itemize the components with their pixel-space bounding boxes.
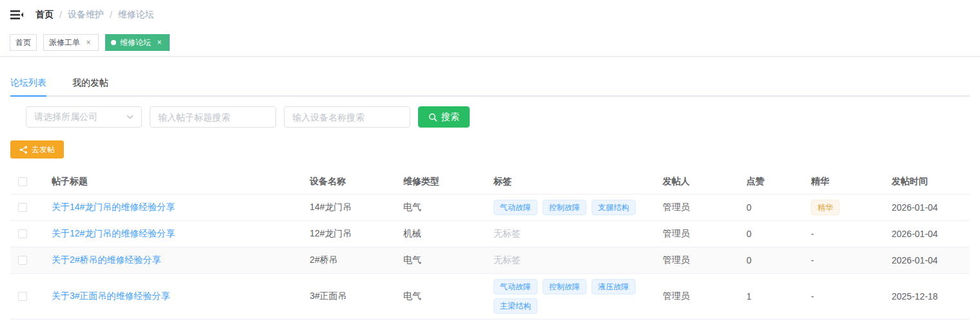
header-post-title: 帖子标题: [41, 169, 299, 194]
digest-cell: -: [801, 247, 881, 273]
tag-chip: 控制故障: [543, 200, 586, 215]
header-device-name: 设备名称: [299, 169, 393, 194]
table-body: 关于14#龙门吊的维修经验分享 14#龙门吊 电气 气动故障 控制故障 支腿结构…: [10, 195, 970, 320]
select-all-checkbox[interactable]: [18, 177, 27, 186]
header-poster: 发帖人: [652, 169, 736, 194]
repair-type-cell: 电气: [393, 274, 483, 319]
breadcrumb: 首页 / 设备维护 / 维修论坛: [35, 9, 154, 21]
repair-type-cell: 电气: [393, 247, 483, 273]
post-title-link[interactable]: 关于12#龙门吊的维修经验分享: [52, 228, 175, 240]
likes-cell: 1: [736, 274, 801, 319]
breadcrumb-home[interactable]: 首页: [35, 9, 54, 21]
tag-chip: 控制故障: [543, 279, 586, 294]
table-row: 关于14#龙门吊的维修经验分享 14#龙门吊 电气 气动故障 控制故障 支腿结构…: [10, 195, 970, 221]
device-name-cell: 12#龙门吊: [299, 221, 393, 247]
table-row: 关于12#龙门吊的维修经验分享 12#龙门吊 机械 无标签 管理员 0 - 20…: [10, 221, 970, 247]
table-row: 关于2#桥吊的维修经验分享 2#桥吊 电气 无标签 管理员 0 - 2026-0…: [10, 247, 970, 274]
table-row: 关于3#正面吊的维修经验分享 3#正面吊 电气 气动故障 控制故障 液压故障 主…: [10, 274, 970, 320]
tab-label: 维修论坛: [120, 37, 151, 48]
tab-label: 派修工单: [49, 37, 80, 48]
page-content: 论坛列表 我的发帖 请选择所属公司 搜索: [0, 70, 980, 326]
navbar: 首页 / 设备维护 / 维修论坛: [0, 0, 980, 29]
digest-cell: -: [801, 221, 881, 247]
tags-cell: 气动故障 控制故障 液压故障 主梁结构: [483, 274, 652, 319]
poster-cell: 管理员: [652, 274, 736, 319]
search-icon: [428, 113, 437, 122]
close-icon[interactable]: ×: [155, 38, 164, 47]
row-checkbox[interactable]: [18, 256, 27, 265]
likes-cell: 0: [736, 221, 801, 247]
tags-view-tab-repair-forum[interactable]: 维修论坛 ×: [105, 34, 170, 51]
create-post-label: 去发帖: [32, 144, 55, 155]
tag-chip: 支腿结构: [592, 200, 635, 215]
repair-type-cell: 机械: [393, 221, 483, 247]
post-time-cell: 2026-01-04: [881, 195, 970, 220]
header-repair-type: 维修类型: [393, 169, 483, 194]
tags-view-tab-home[interactable]: 首页: [10, 34, 37, 51]
tag-chip: 液压故障: [592, 279, 635, 294]
tabs-active-bar: [10, 95, 46, 97]
forum-tabs: 论坛列表 我的发帖: [10, 70, 970, 97]
tags-view-tab-repair-order[interactable]: 派修工单 ×: [43, 34, 99, 51]
post-time-cell: 2026-01-04: [881, 247, 970, 273]
digest-cell: -: [801, 274, 881, 319]
poster-cell: 管理员: [652, 195, 736, 220]
digest-badge: 精华: [811, 200, 839, 215]
tab-label: 首页: [15, 37, 31, 48]
post-time-cell: 2025-12-18: [881, 274, 970, 319]
tag-chip: 主梁结构: [494, 298, 537, 314]
tab-forum-list[interactable]: 论坛列表: [10, 70, 59, 95]
post-title-link[interactable]: 关于2#桥吊的维修经验分享: [52, 254, 161, 266]
filter-row: 请选择所属公司 搜索: [26, 106, 970, 128]
no-tags-text: 无标签: [494, 228, 521, 240]
breadcrumb-device-maintenance: 设备维护: [68, 9, 104, 21]
tags-view-bar: 首页 派修工单 × 维修论坛 ×: [0, 29, 980, 57]
post-title-link[interactable]: 关于14#龙门吊的维修经验分享: [52, 202, 175, 213]
post-title-search-wrap: [150, 106, 276, 128]
tags-cell: 气动故障 控制故障 支腿结构: [483, 195, 652, 220]
poster-cell: 管理员: [652, 247, 736, 273]
header-post-time: 发帖时间: [881, 169, 970, 194]
breadcrumb-separator: /: [59, 10, 62, 20]
device-name-cell: 2#桥吊: [299, 247, 393, 273]
company-select[interactable]: 请选择所属公司: [26, 106, 142, 128]
table-header: 帖子标题 设备名称 维修类型 标签 发帖人 点赞 精华 发帖时间: [10, 169, 970, 195]
post-time-cell: 2026-01-04: [881, 221, 970, 247]
breadcrumb-repair-forum: 维修论坛: [118, 9, 154, 21]
company-select-placeholder: 请选择所属公司: [34, 111, 97, 123]
header-tags: 标签: [483, 169, 652, 194]
repair-type-cell: 电气: [393, 195, 483, 220]
row-checkbox[interactable]: [18, 292, 27, 301]
close-icon[interactable]: ×: [84, 38, 93, 47]
likes-cell: 0: [736, 247, 801, 273]
device-name-cell: 3#正面吊: [299, 274, 393, 319]
tag-chip: 气动故障: [494, 279, 537, 294]
create-post-button[interactable]: 去发帖: [10, 140, 64, 158]
likes-cell: 0: [736, 195, 801, 220]
search-button-label: 搜索: [441, 111, 459, 123]
row-checkbox[interactable]: [18, 229, 27, 238]
tabs-track: [10, 95, 970, 97]
poster-cell: 管理员: [652, 221, 736, 247]
menu-fold-icon[interactable]: [10, 8, 24, 22]
tag-chip: 气动故障: [494, 200, 537, 215]
tab-my-posts[interactable]: 我的发帖: [59, 70, 121, 95]
breadcrumb-separator: /: [110, 10, 112, 20]
post-title-link[interactable]: 关于3#正面吊的维修经验分享: [52, 291, 170, 302]
active-dot-icon: [111, 40, 116, 45]
forum-table: 帖子标题 设备名称 维修类型 标签 发帖人 点赞 精华 发帖时间 关于14#龙门…: [10, 169, 970, 320]
chevron-down-icon: [126, 115, 134, 119]
device-name-search-input[interactable]: [285, 107, 410, 127]
no-tags-text: 无标签: [494, 254, 521, 266]
search-button[interactable]: 搜索: [418, 106, 470, 128]
device-name-search-wrap: [284, 106, 410, 128]
header-likes: 点赞: [736, 169, 801, 194]
share-icon: [19, 146, 28, 154]
header-digest: 精华: [801, 169, 881, 194]
row-checkbox[interactable]: [18, 203, 27, 212]
post-title-search-input[interactable]: [150, 107, 275, 127]
device-name-cell: 14#龙门吊: [299, 195, 393, 220]
